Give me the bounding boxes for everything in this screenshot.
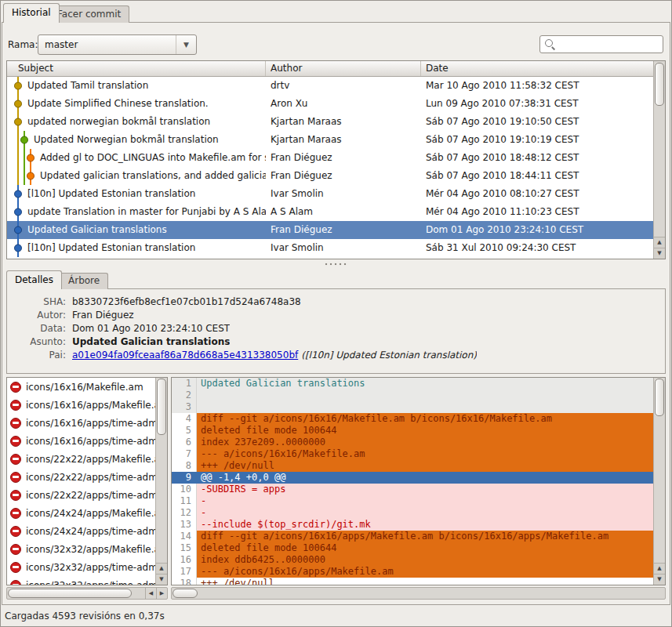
tab-arbore[interactable]: Árbore bbox=[60, 273, 108, 289]
changed-files-list: icons/16x16/Makefile.amicons/16x16/apps/… bbox=[6, 377, 168, 585]
commit-sha: b8330723f6efb8ecf1e07cb01b17d524a6748a38 bbox=[72, 295, 301, 309]
file-row[interactable]: icons/16x16/apps/time-admin bbox=[7, 414, 155, 432]
diff-line-number: 18 bbox=[172, 578, 197, 585]
diff-line-number: 6 bbox=[172, 437, 197, 448]
scroll-left-button[interactable]: ◀ bbox=[145, 588, 156, 599]
commit-date: Sáb 07 Ago 2010 18:48:12 CEST bbox=[421, 149, 653, 167]
commit-subject: Update Simplified Chinese translation. bbox=[7, 95, 266, 113]
file-row[interactable]: icons/32x32/apps/time-admin bbox=[7, 576, 155, 585]
scroll-up-button[interactable]: ▲ bbox=[654, 237, 665, 248]
files-hscrollbar[interactable]: ◀ ▶ bbox=[6, 587, 168, 600]
scrollbar-thumb[interactable] bbox=[655, 379, 664, 416]
commit-row[interactable]: Updated galician translations, and added… bbox=[7, 167, 653, 185]
commit-author: Kjartan Maraas bbox=[266, 113, 421, 131]
commit-row[interactable]: [l10n] Updated Estonian translationIvar … bbox=[7, 185, 653, 203]
scroll-down-button[interactable]: ▼ bbox=[654, 248, 665, 259]
commit-rows: Updated Tamil translationdrtvMar 10 Ago … bbox=[7, 77, 653, 259]
tab-detalles[interactable]: Detalles bbox=[6, 270, 62, 289]
parent-subject: ([l10n] Updated Estonian translation) bbox=[301, 350, 477, 361]
commit-author: Ivar Smolin bbox=[266, 185, 421, 203]
column-header-author[interactable]: Author bbox=[266, 61, 421, 76]
diff-line-text: @@ -1,4 +0,0 @@ bbox=[197, 472, 653, 484]
diff-line-text: --include $(top_srcdir)/git.mk bbox=[197, 519, 653, 531]
commit-author: Fran Diéguez bbox=[266, 221, 421, 239]
commit-subject: update Translation in master for Punjabi… bbox=[7, 203, 266, 221]
diff-line: 7--- a/icons/16x16/Makefile.am bbox=[172, 448, 653, 460]
scroll-up-button[interactable]: ▲ bbox=[156, 563, 167, 574]
tab-historial[interactable]: Historial bbox=[3, 3, 60, 23]
commit-graph-icon bbox=[7, 113, 42, 131]
branch-combobox[interactable]: master ▼ bbox=[38, 34, 197, 55]
file-row[interactable]: icons/16x16/Makefile.am bbox=[7, 378, 155, 396]
diff-line: 18+++ /dev/null bbox=[172, 578, 653, 585]
commit-vscrollbar[interactable]: ▲ ▼ bbox=[653, 61, 665, 259]
commit-subject: Updated Tamil translation bbox=[7, 77, 266, 95]
diff-line: 6index 237e209..0000000 bbox=[172, 437, 653, 448]
scrollbar-thumb[interactable] bbox=[173, 589, 198, 598]
date-label: Data: bbox=[11, 322, 66, 335]
pane-splitter[interactable] bbox=[325, 262, 348, 266]
file-row[interactable]: icons/22x22/apps/Makefile.am bbox=[7, 450, 155, 468]
commit-row[interactable]: Updated Tamil translationdrtvMar 10 Ago … bbox=[7, 77, 653, 95]
diff-line-text: --- a/icons/16x16/apps/Makefile.am bbox=[197, 566, 653, 578]
diff-line-text: Updated Galician translations bbox=[197, 378, 653, 390]
file-row[interactable]: icons/32x32/apps/Makefile.am bbox=[7, 540, 155, 558]
scrollbar-thumb[interactable] bbox=[157, 379, 166, 435]
diff-hscrollbar[interactable] bbox=[171, 587, 666, 600]
commit-author: drtv bbox=[266, 77, 421, 95]
commit-row[interactable]: Updated Galician translationsFran Diégue… bbox=[7, 221, 653, 239]
search-box[interactable] bbox=[539, 35, 663, 53]
deleted-file-icon bbox=[10, 508, 21, 519]
commit-date: Lun 09 Ago 2010 07:38:31 CEST bbox=[421, 95, 653, 113]
diff-line-number: 1 bbox=[172, 378, 197, 390]
commit-subject-cell: updated norwegian bokmål translation bbox=[7, 113, 266, 131]
commit-row[interactable]: Updated Norwegian bokmål translationKjar… bbox=[7, 131, 653, 149]
commit-row[interactable]: Update Simplified Chinese translation.Ar… bbox=[7, 95, 653, 113]
file-row[interactable]: icons/22x22/apps/time-admin bbox=[7, 468, 155, 486]
column-header-subject[interactable]: Subject bbox=[7, 61, 266, 76]
file-row[interactable]: icons/16x16/apps/time-admin bbox=[7, 432, 155, 450]
tab-facer-commit[interactable]: Facer commit bbox=[49, 5, 129, 23]
commit-subject: [l10n] Updated Estonian translation bbox=[7, 239, 266, 257]
commit-author: Ivar Smolin bbox=[266, 239, 421, 257]
commit-subject-cell: Updated Tamil translation bbox=[7, 77, 266, 95]
diff-line: 12- bbox=[172, 507, 653, 519]
scrollbar-thumb[interactable] bbox=[8, 589, 132, 598]
commit-date: Sáb 31 Xul 2010 09:24:30 CEST bbox=[421, 239, 653, 257]
diff-line-number: 2 bbox=[172, 390, 197, 401]
diff-line-text: deleted file mode 100644 bbox=[197, 542, 653, 554]
deleted-file-icon bbox=[10, 472, 21, 483]
search-input[interactable] bbox=[558, 36, 663, 53]
file-name: icons/24x24/apps/Makefile.am bbox=[26, 508, 155, 519]
subject-label: Asunto: bbox=[11, 335, 66, 349]
parent-sha-link[interactable]: a01e094fa09fceaaf86a78d668a5e431338050bf bbox=[72, 350, 298, 361]
commit-graph-icon bbox=[7, 185, 42, 203]
scroll-right-button[interactable]: ▶ bbox=[156, 588, 167, 599]
commit-row[interactable]: updated norwegian bokmål translationKjar… bbox=[7, 113, 653, 131]
file-row[interactable]: icons/32x32/apps/time-admin bbox=[7, 558, 155, 576]
commit-date: Mér 04 Ago 2010 08:10:27 CEST bbox=[421, 185, 653, 203]
file-name: icons/16x16/Makefile.am bbox=[26, 382, 143, 393]
scroll-down-button[interactable]: ▼ bbox=[156, 574, 167, 585]
file-row[interactable]: icons/22x22/apps/time-admin bbox=[7, 486, 155, 504]
scrollbar-thumb[interactable] bbox=[655, 63, 664, 106]
files-vscrollbar[interactable]: ▲ ▼ bbox=[155, 378, 167, 585]
commit-row[interactable]: update Translation in master for Punjabi… bbox=[7, 203, 653, 221]
diff-vscrollbar[interactable]: ▲ ▼ bbox=[653, 378, 665, 585]
commit-subject-cell: [l10n] Updated Estonian translation bbox=[7, 239, 266, 257]
file-row[interactable]: icons/24x24/apps/Makefile.am bbox=[7, 504, 155, 522]
scroll-up-button[interactable]: ▲ bbox=[654, 563, 665, 574]
file-row[interactable]: icons/24x24/apps/time-admin bbox=[7, 522, 155, 540]
commit-row[interactable]: Added gl to DOC_LINGUAS into Makefile.am… bbox=[7, 149, 653, 167]
commit-row[interactable]: [l10n] Updated Estonian translationIvar … bbox=[7, 239, 653, 257]
scroll-down-button[interactable]: ▼ bbox=[654, 574, 665, 585]
file-row[interactable]: icons/16x16/apps/Makefile.am bbox=[7, 396, 155, 414]
search-icon bbox=[545, 39, 555, 49]
branch-label: Rama: bbox=[8, 39, 38, 50]
diff-line-number: 12 bbox=[172, 507, 197, 519]
commit-date: Mar 10 Ago 2010 11:58:32 CEST bbox=[421, 77, 653, 95]
column-header-date[interactable]: Date bbox=[421, 61, 653, 76]
file-rows: icons/16x16/Makefile.amicons/16x16/apps/… bbox=[7, 378, 155, 585]
diff-line: 13--include $(top_srcdir)/git.mk bbox=[172, 519, 653, 531]
diff-line-number: 11 bbox=[172, 495, 197, 507]
